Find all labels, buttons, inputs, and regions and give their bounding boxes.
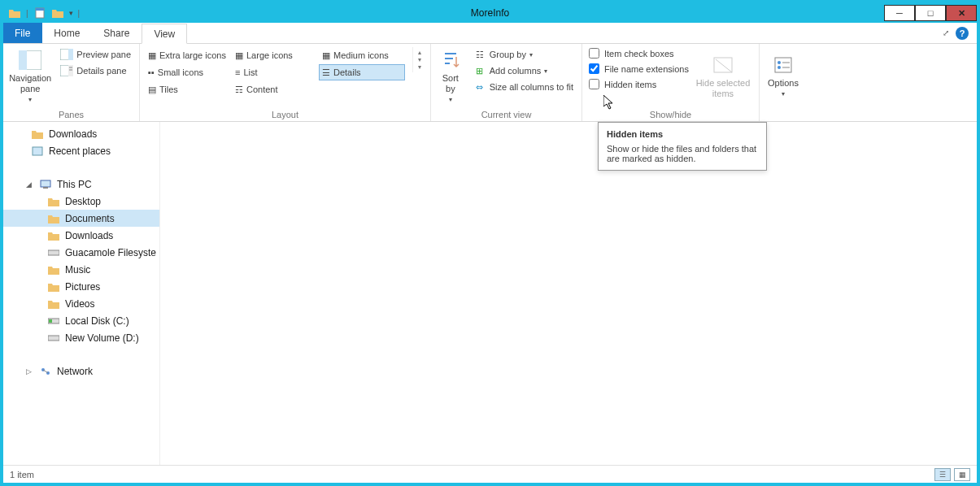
tree-network[interactable]: ▷Network	[3, 362, 159, 380]
tree-this-pc[interactable]: ◢This PC	[3, 176, 159, 193]
window-title: MoreInfo	[3, 7, 977, 19]
expand-icon[interactable]: ◢	[26, 180, 34, 189]
qat-sep: |	[26, 9, 28, 18]
tab-home[interactable]: Home	[42, 23, 92, 43]
layout-gallery-scroll[interactable]: ▴▾▾	[412, 47, 425, 72]
group-options: Options ▾	[760, 44, 807, 121]
properties-icon[interactable]	[33, 7, 46, 20]
group-current-view: Sort by ▾ ☷Group by ▾ ⊞Add columns ▾ ⇔Si…	[431, 44, 582, 121]
group-layout: ▦Extra large icons ▦Large icons ▦Medium …	[140, 44, 431, 121]
status-bar: 1 item ☰ ▦	[3, 465, 977, 483]
minimize-ribbon-icon[interactable]: ⤢	[943, 28, 949, 37]
tab-view[interactable]: View	[142, 24, 187, 44]
item-check-boxes-toggle[interactable]: Item check boxes	[587, 47, 690, 59]
hidden-items-toggle[interactable]: Hidden items	[587, 78, 690, 90]
group-show-hide: Item check boxes File name extensions Hi…	[582, 44, 760, 121]
svg-rect-24	[49, 319, 52, 323]
svg-rect-21	[43, 187, 48, 189]
layout-small-icons[interactable]: ▪▪Small icons	[145, 64, 231, 80]
svg-rect-7	[68, 65, 73, 76]
explorer-window: | ▾ | MoreInfo ─ □ ✕ File Home Share Vie…	[3, 3, 977, 483]
details-pane-icon	[60, 64, 73, 77]
group-layout-label: Layout	[140, 110, 430, 119]
svg-point-16	[777, 66, 781, 69]
folder-icon[interactable]	[8, 7, 21, 20]
tab-share[interactable]: Share	[92, 23, 142, 43]
window-controls: ─ □ ✕	[884, 5, 977, 21]
layout-extra-large-icons[interactable]: ▦Extra large icons	[145, 47, 231, 63]
qat-dropdown-icon[interactable]: ▾	[69, 9, 73, 17]
item-check-boxes-checkbox[interactable]	[589, 48, 599, 59]
list-icon: ≡	[235, 67, 240, 77]
size-columns-button[interactable]: ⇔Size all columns to fit	[470, 80, 577, 94]
minimize-button[interactable]: ─	[884, 5, 915, 21]
status-item-count: 1 item	[10, 470, 34, 479]
details-icon: ☰	[322, 67, 330, 78]
network-icon	[39, 365, 52, 378]
group-by-button[interactable]: ☷Group by ▾	[470, 47, 577, 62]
svg-rect-19	[33, 147, 42, 155]
tree-local-disk-c[interactable]: Local Disk (C:)	[3, 312, 159, 329]
tree-recent-places[interactable]: Recent places	[3, 142, 159, 159]
expand-icon[interactable]: ▷	[26, 367, 34, 375]
hidden-items-checkbox[interactable]	[589, 79, 599, 89]
tree-desktop[interactable]: Desktop	[3, 193, 159, 210]
tree-videos[interactable]: Videos	[3, 295, 159, 312]
chevron-down-icon: ▾	[782, 89, 785, 99]
group-current-view-label: Current view	[431, 110, 581, 119]
layout-content[interactable]: ☶Content	[232, 81, 318, 98]
tiles-icon: ▤	[148, 85, 156, 95]
thumbnails-view-button[interactable]: ▦	[954, 468, 970, 481]
ribbon-tabs: File Home Share View ⤢ ?	[3, 23, 977, 44]
xl-icons-icon: ▦	[148, 50, 156, 61]
folder-icon	[47, 297, 60, 310]
content-icon: ☶	[235, 85, 243, 95]
layout-large-icons[interactable]: ▦Large icons	[232, 47, 318, 63]
add-columns-icon: ⊞	[473, 64, 486, 77]
size-columns-icon: ⇔	[473, 80, 486, 93]
svg-rect-1	[36, 8, 44, 11]
preview-pane-icon	[60, 48, 73, 61]
recent-icon	[31, 145, 44, 158]
layout-details[interactable]: ☰Details	[319, 64, 405, 80]
tree-downloads2[interactable]: Downloads	[3, 227, 159, 244]
navigation-tree[interactable]: Downloads Recent places ◢This PC Desktop…	[3, 122, 160, 465]
details-view-button[interactable]: ☰	[934, 468, 951, 481]
hide-selected-button[interactable]: Hide selected items	[695, 47, 751, 106]
file-name-extensions-checkbox[interactable]	[589, 63, 599, 74]
folder-icon	[47, 212, 60, 225]
svg-line-28	[43, 370, 48, 373]
navigation-pane-button[interactable]: Navigation pane ▾	[8, 47, 52, 106]
tree-downloads[interactable]: Downloads	[3, 125, 159, 142]
folder-icon	[31, 128, 44, 141]
tree-new-volume-d[interactable]: New Volume (D:)	[3, 329, 159, 346]
sort-by-button[interactable]: Sort by ▾	[436, 47, 465, 106]
tooltip-title: Hidden items	[607, 129, 758, 139]
svg-rect-25	[48, 336, 59, 341]
details-pane-button[interactable]: Details pane	[57, 63, 134, 78]
preview-pane-button[interactable]: Preview pane	[57, 47, 134, 62]
file-list-area[interactable]	[160, 122, 977, 465]
group-panes: Navigation pane ▾ Preview pane Details p…	[3, 44, 140, 121]
file-name-extensions-toggle[interactable]: File name extensions	[587, 63, 690, 75]
layout-list[interactable]: ≡List	[232, 64, 318, 80]
add-columns-button[interactable]: ⊞Add columns ▾	[470, 63, 577, 78]
group-show-hide-label: Show/hide	[582, 110, 759, 119]
layout-medium-icons[interactable]: ▦Medium icons	[319, 47, 405, 63]
tree-documents[interactable]: Documents	[3, 210, 159, 227]
close-button[interactable]: ✕	[946, 5, 977, 21]
tree-music[interactable]: Music	[3, 261, 159, 278]
tab-file[interactable]: File	[3, 23, 42, 43]
layout-tiles[interactable]: ▤Tiles	[145, 81, 231, 98]
tree-pictures[interactable]: Pictures	[3, 278, 159, 295]
options-button[interactable]: Options ▾	[764, 47, 802, 106]
help-icon[interactable]: ?	[956, 27, 969, 40]
svg-rect-3	[19, 50, 27, 70]
maximize-button[interactable]: □	[915, 5, 946, 21]
chevron-down-icon: ▾	[449, 94, 452, 105]
tree-guacamole[interactable]: Guacamole Filesyste	[3, 244, 159, 261]
svg-rect-14	[775, 58, 791, 72]
qat-sep2: |	[78, 9, 81, 18]
medium-icons-icon: ▦	[322, 50, 330, 61]
new-folder-icon[interactable]	[51, 7, 64, 20]
